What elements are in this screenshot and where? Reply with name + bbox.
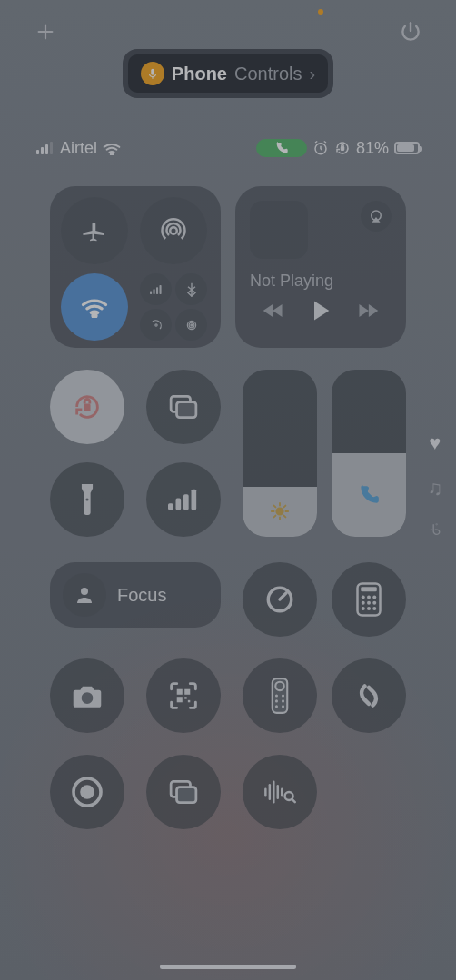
airdrop-toggle[interactable] [140, 197, 207, 264]
camera-button[interactable] [50, 658, 124, 733]
focus-person-icon [63, 573, 106, 617]
airplane-mode-toggle[interactable] [61, 197, 128, 264]
svg-rect-56 [184, 697, 186, 698]
carrier-name: Airtel [60, 139, 97, 158]
connectivity-more[interactable] [140, 273, 207, 341]
play-button[interactable] [308, 298, 333, 323]
previous-track-button[interactable] [262, 302, 285, 320]
mic-icon [141, 62, 164, 85]
sound-recognition-button[interactable] [243, 755, 317, 829]
svg-point-11 [170, 227, 177, 234]
context-primary: Phone [172, 64, 227, 84]
active-call-pill[interactable] [256, 139, 307, 157]
svg-point-18 [190, 323, 192, 325]
svg-point-39 [81, 588, 88, 595]
svg-point-64 [275, 705, 278, 708]
satellite-icon [140, 309, 172, 341]
svg-point-61 [282, 694, 284, 697]
svg-point-63 [282, 699, 284, 702]
svg-point-50 [367, 607, 371, 610]
orientation-lock-button[interactable] [50, 370, 124, 444]
svg-rect-14 [153, 289, 154, 294]
wifi-icon [103, 142, 121, 155]
add-control-button[interactable] [27, 14, 64, 50]
qr-scanner-button[interactable] [146, 658, 221, 733]
airpods-icon[interactable]: ᢹ [430, 522, 441, 539]
svg-rect-69 [177, 787, 196, 803]
alarm-icon [312, 140, 329, 156]
svg-point-51 [372, 607, 376, 610]
svg-rect-27 [176, 499, 182, 510]
svg-rect-5 [41, 147, 44, 154]
screen-mirroring-button-2[interactable] [146, 755, 221, 829]
volume-slider[interactable] [332, 370, 406, 537]
svg-line-38 [284, 506, 286, 508]
svg-point-65 [282, 705, 284, 708]
calculator-button[interactable] [332, 562, 406, 637]
svg-rect-7 [50, 142, 53, 154]
svg-rect-54 [184, 689, 190, 695]
cellular-signal-button[interactable] [146, 462, 221, 537]
battery-icon [394, 142, 420, 154]
media-cluster[interactable]: Not Playing [235, 186, 406, 348]
svg-point-30 [276, 509, 283, 515]
connectivity-cluster[interactable] [50, 186, 221, 348]
svg-point-49 [362, 607, 365, 610]
apple-tv-remote-button[interactable] [243, 658, 317, 733]
flashlight-button[interactable] [50, 462, 124, 537]
cellular-signal-icon [36, 142, 55, 154]
next-track-button[interactable] [356, 302, 380, 320]
svg-point-12 [93, 313, 96, 317]
heart-icon[interactable]: ♥ [429, 431, 441, 455]
svg-rect-10 [341, 147, 343, 151]
battery-percent: 81% [356, 139, 389, 158]
svg-rect-4 [36, 150, 39, 154]
svg-rect-28 [183, 494, 189, 510]
svg-point-17 [154, 323, 156, 325]
screen-record-button[interactable] [50, 755, 124, 829]
bluetooth-icon [175, 273, 207, 305]
focus-label: Focus [117, 585, 166, 606]
home-indicator[interactable] [160, 965, 296, 969]
svg-rect-15 [156, 287, 158, 294]
svg-rect-26 [168, 503, 173, 510]
svg-point-67 [82, 787, 93, 797]
phone-icon [357, 483, 381, 507]
svg-point-25 [85, 498, 88, 500]
svg-rect-13 [150, 291, 152, 294]
svg-rect-58 [273, 678, 287, 713]
hotspot-icon [175, 309, 207, 341]
svg-point-52 [82, 692, 94, 704]
brightness-slider[interactable] [243, 370, 317, 537]
svg-rect-2 [151, 69, 154, 75]
power-button[interactable] [392, 14, 429, 50]
svg-rect-57 [188, 700, 190, 702]
svg-rect-42 [361, 587, 377, 591]
album-art-placeholder [250, 201, 308, 259]
svg-point-44 [367, 596, 371, 599]
svg-point-47 [367, 601, 371, 605]
svg-rect-22 [84, 403, 90, 411]
shazam-button[interactable] [332, 658, 406, 733]
svg-line-37 [274, 516, 276, 518]
svg-point-48 [372, 601, 376, 605]
timer-button[interactable] [243, 562, 317, 637]
airplay-icon[interactable] [361, 201, 392, 232]
svg-rect-6 [45, 144, 48, 154]
screen-mirroring-button[interactable] [146, 370, 221, 444]
focus-button[interactable]: Focus [50, 562, 221, 628]
svg-rect-53 [177, 689, 183, 695]
svg-point-60 [275, 694, 278, 697]
svg-point-62 [275, 699, 278, 702]
context-pill[interactable]: Phone Controls › [0, 54, 456, 93]
now-playing-label: Not Playing [250, 272, 392, 291]
svg-rect-55 [177, 697, 183, 702]
music-note-icon[interactable]: ♫ [428, 477, 443, 500]
chevron-right-icon: › [309, 64, 315, 84]
orientation-lock-status-icon [334, 140, 351, 156]
status-bar: Airtel 81% [0, 134, 456, 162]
svg-rect-24 [177, 402, 196, 418]
svg-rect-29 [192, 490, 197, 510]
wifi-toggle[interactable] [61, 273, 128, 341]
svg-point-43 [362, 596, 365, 599]
